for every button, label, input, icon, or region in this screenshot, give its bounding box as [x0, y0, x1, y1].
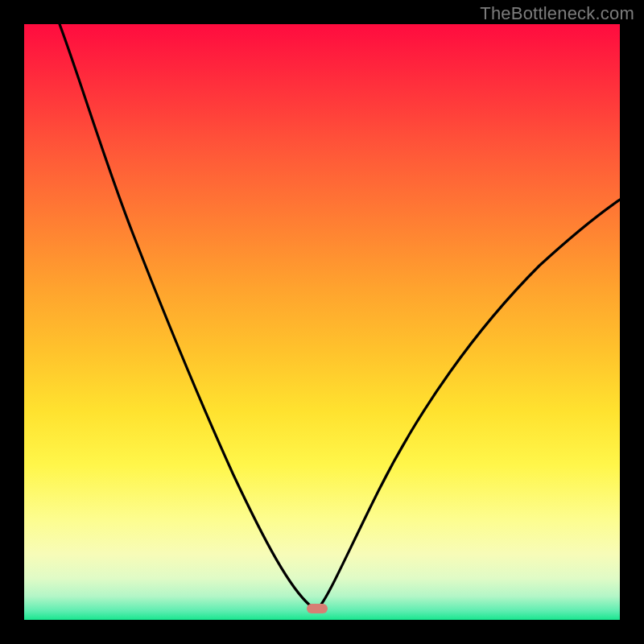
- minimum-marker: [307, 604, 328, 613]
- bottleneck-curve-path: [60, 24, 620, 609]
- watermark-label: TheBottleneck.com: [480, 3, 634, 24]
- plot-area: [24, 24, 620, 620]
- chart-frame: TheBottleneck.com: [0, 0, 644, 644]
- curve-svg: [24, 24, 620, 620]
